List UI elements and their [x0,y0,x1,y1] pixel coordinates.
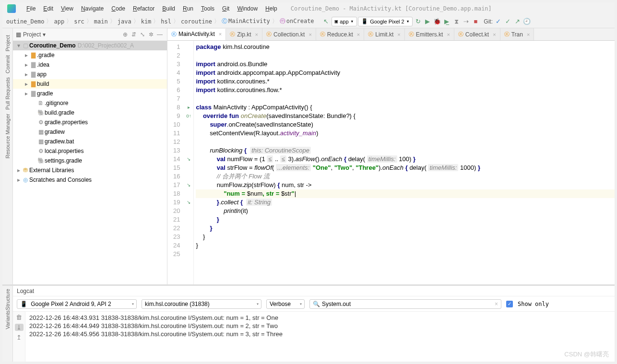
breadcrumb[interactable]: main [92,18,110,25]
tree-item[interactable]: ▸▇.gradle [13,50,167,60]
tree-item[interactable]: ⚙gradle.properties [13,117,167,127]
run-icon[interactable]: ▶ [423,17,432,26]
editor-tab[interactable]: ⓀTran× [500,28,534,40]
nav-bar: outine_Demo〉app〉src〉main〉java〉kim〉hsl〉co… [2,15,615,28]
close-tab-icon[interactable]: × [397,32,400,37]
close-tab-icon[interactable]: × [357,32,360,37]
tree-item[interactable]: 🐘build.gradle [13,108,167,117]
breadcrumb[interactable]: ⒸMainActivity [220,17,272,25]
editor-tab[interactable]: ⓀZip.kt× [226,28,262,40]
editor-tab[interactable]: ⓀLimit.kt× [364,28,404,40]
run-again-icon[interactable]: ↻ [414,17,422,26]
logcat-level-combo[interactable]: Verbose [266,299,305,309]
hide-icon[interactable]: — [155,31,164,38]
menu-help[interactable]: Help [261,5,281,12]
git-update-icon[interactable]: ✓ [494,17,502,26]
breadcrumb[interactable]: outine_Demo [4,18,46,25]
breadcrumb-sep-icon: 〉 [46,17,52,25]
close-tab-icon[interactable]: × [493,32,496,37]
tree-item[interactable]: ▸▇app [13,70,167,79]
left-tab-pull-requests[interactable]: Pull Requests [5,75,11,112]
bottom-left-tab-variants[interactable]: Variants [5,310,11,329]
scroll-end-icon[interactable]: ⤓ [15,324,24,331]
tree-item[interactable]: ▸▇build [13,79,167,89]
project-header: ▦ Project ▾ ⊕ ⇵ ⤡ ✲ — [13,28,167,41]
regex-checkbox[interactable]: ✓ [506,301,513,307]
menu-navigate[interactable]: Navigate [77,5,107,12]
tree-item[interactable]: ▦gradlew [13,127,167,137]
settings-icon[interactable]: ✲ [147,31,155,38]
device-combo[interactable]: 📱 Google Pixel 2 ▾ [358,17,413,26]
run-config-combo[interactable]: ▣ app ▾ [332,17,357,26]
attach-icon[interactable]: ⇢ [462,17,470,26]
git-history-icon[interactable]: 🕘 [522,17,531,26]
menu-run[interactable]: Run [179,5,197,12]
locate-icon[interactable]: ⊕ [121,31,130,38]
menu-code[interactable]: Code [107,5,129,12]
editor-tab[interactable]: ⓀReduce.kt× [316,28,364,40]
menu-build[interactable]: Build [158,5,179,12]
tree-item[interactable]: 🗎.gitignore [13,98,167,108]
logcat-filter-input[interactable]: 🔍 System.out × [309,299,501,309]
tree-item[interactable]: ⚙local.properties [13,146,167,156]
trash-icon[interactable]: 🗑 [15,314,24,321]
expand-icon[interactable]: ⇵ [130,31,138,38]
logcat-output[interactable]: 2022-12-26 16:48:43.931 31838-31838/kim.… [25,312,615,364]
breadcrumb-sep-icon: 〉 [173,17,179,25]
breadcrumb-sep-icon: 〉 [133,17,139,25]
tree-external-libs[interactable]: ▸⛃External Libraries [13,165,167,175]
git-commit-icon[interactable]: ✓ [503,17,512,26]
close-tab-icon[interactable]: × [527,32,530,37]
stop-icon[interactable]: ■ [471,17,480,26]
breadcrumb[interactable]: ⓜonCreate [278,17,316,25]
kotlin-file-icon: Ⓚ [266,31,272,38]
tree-scratches[interactable]: ▸◎Scratches and Consoles [13,175,167,185]
tree-item[interactable]: ▦gradlew.bat [13,137,167,146]
kotlin-file-icon: Ⓚ [230,31,235,38]
breadcrumb[interactable]: hsl [159,18,173,25]
tree-item[interactable]: 🐘settings.gradle [13,156,167,165]
editor-tab[interactable]: ⓀEmitters.kt× [405,28,454,40]
tree-item[interactable]: ▸▇gradle [13,89,167,98]
tree-root[interactable]: ▾▢ Coroutine_Demo D:\002_Project\002_A [13,41,167,50]
breadcrumb[interactable]: kim [139,18,154,25]
tree-item[interactable]: ▸▇.idea [13,60,167,70]
menu-file[interactable]: File [23,5,39,12]
menu-git[interactable]: Git [218,5,233,12]
left-tab-project[interactable]: Project [5,33,11,53]
left-tab-commit[interactable]: Commit [5,53,11,75]
debug-icon[interactable]: 🐞 [433,17,441,26]
close-tab-icon[interactable]: × [447,32,450,37]
clear-filter-icon[interactable]: × [495,301,498,307]
breadcrumb[interactable]: coroutine [179,18,214,25]
editor-tab[interactable]: ⓀMainActivity.kt× [167,29,226,41]
profile-icon[interactable]: ⧗ [452,17,461,26]
code-editor[interactable]: 1234567891011121314151617181920212223242… [167,41,615,284]
up-icon[interactable]: ↥ [15,334,24,341]
bottom-left-tab-structure[interactable]: Structure [5,289,11,310]
menu-view[interactable]: View [57,5,77,12]
git-push-icon[interactable]: ↗ [513,17,522,26]
breadcrumb[interactable]: app [52,18,66,25]
collapse-icon[interactable]: ⤡ [138,31,147,38]
menu-refactor[interactable]: Refactor [129,5,158,12]
nav-back-icon[interactable]: ↖ [322,17,331,26]
close-tab-icon[interactable]: × [308,32,311,37]
editor-tab[interactable]: ⓀCollection.kt× [262,28,316,40]
project-tree[interactable]: ▾▢ Coroutine_Demo D:\002_Project\002_A ▸… [13,41,167,284]
close-tab-icon[interactable]: × [255,32,258,37]
logcat-process-combo[interactable]: kim.hsl.coroutine (31838) [142,299,261,309]
breadcrumb[interactable]: java [116,18,133,25]
close-tab-icon[interactable]: × [219,31,222,37]
project-view-icon[interactable]: ▦ [16,31,21,38]
breadcrumb[interactable]: src [72,18,86,25]
menu-tools[interactable]: Tools [197,5,218,12]
menu-edit[interactable]: Edit [39,5,57,12]
menu-window[interactable]: Window [233,5,261,12]
logcat-toolbar: 📱 Google Pixel 2 Android 9, API 2 kim.hs… [13,296,615,312]
left-tab-resource-manager[interactable]: Resource Manager [5,112,11,161]
logcat-filter-text: System.out [322,301,351,307]
logcat-device-combo[interactable]: 📱 Google Pixel 2 Android 9, API 2 [17,299,137,309]
editor-tab[interactable]: ⓀCollect.kt× [454,28,500,40]
coverage-icon[interactable]: ▶̲ [442,17,451,26]
